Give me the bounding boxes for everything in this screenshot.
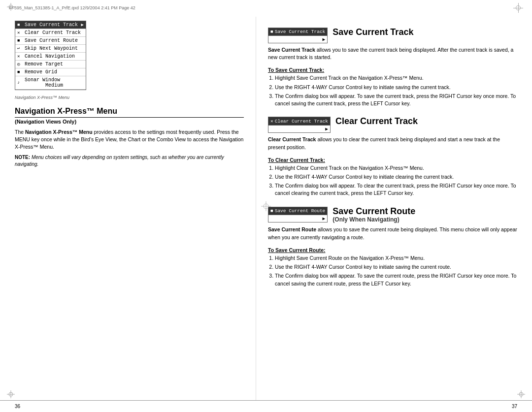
save-route-icon-label: Save Current Route — [275, 208, 326, 214]
top-bar: FF595_Man_531385-1_A_PrfE.qxd 12/9/2004 … — [0, 0, 532, 15]
save-track-icon-box: ■ Save Current Track ▶ — [268, 28, 328, 43]
save-route-step-3: The Confirm dialog box will appear. To s… — [275, 272, 517, 287]
save-track-icon-top: ■ Save Current Track — [268, 28, 327, 35]
menu-label-save-route: Save Current Route — [25, 38, 78, 43]
save-track-intro: Save Current Track allows you to save th… — [268, 46, 517, 61]
save-route-proc-heading: To Save Current Route: — [268, 247, 517, 253]
menu-item-save-current-track[interactable]: ■ Save Current Track ▶ — [15, 21, 86, 29]
right-page: ■ Save Current Track ▶ Save Current Trac… — [256, 17, 532, 400]
nav-xpress-section: Navigation X-Press™ Menu (Navigation Vie… — [15, 107, 244, 168]
menu-item-sonar-window[interactable]: ♪ Sonar Window Medium — [15, 76, 86, 90]
save-track-icon-symbol: ■ — [270, 29, 273, 34]
nav-xpress-title: Navigation X-Press™ Menu — [15, 107, 244, 118]
clear-track-steps: Highlight Clear Current Track on the Nav… — [275, 164, 517, 199]
top-left-crosshair — [7, 3, 15, 11]
clear-track-icon-label: Clear Current Track — [275, 119, 328, 124]
menu-screenshot: ■ Save Current Track ▶ ✕ Clear Current T… — [15, 21, 86, 90]
save-track-title-block: Save Current Track — [332, 28, 413, 37]
menu-label-remove-target: Remove Target — [25, 62, 63, 67]
menu-item-skip-next-waypoint[interactable]: ↩ Skip Next Waypoint — [15, 45, 86, 53]
save-track-step-2: Use the RIGHT 4-WAY Cursor Control key t… — [275, 84, 517, 91]
clear-track-intro: Clear Current Track allows you to clear … — [268, 136, 517, 151]
save-route-title-block: Save Current Route (Only When Navigating… — [332, 207, 415, 223]
file-info: FF595_Man_531385-1_A_PrfE.qxd 12/9/2004 … — [9, 5, 135, 10]
skip-waypoint-icon: ↩ — [17, 46, 23, 51]
nav-xpress-subtitle: (Navigation Views Only) — [15, 119, 244, 125]
clear-track-icon: ✕ — [17, 30, 23, 35]
menu-label-cancel-nav: Cancel Navigation — [25, 54, 75, 59]
menu-item-remove-grid[interactable]: ■ Remove Grid — [15, 68, 86, 76]
save-route-icon-symbol: ■ — [270, 208, 273, 214]
menu-item-remove-target[interactable]: ◎ Remove Target — [15, 61, 86, 68]
bottom-right-crosshair — [517, 390, 525, 398]
save-track-arrow: ▶ — [268, 35, 327, 43]
nav-xpress-intro: The Navigation X-Press™ Menu provides ac… — [15, 128, 244, 151]
save-track-step-1: Highlight Save Current Track on the Navi… — [275, 74, 517, 82]
menu-label-sonar-window: Sonar Window Medium — [25, 77, 63, 88]
page-number-right: 37 — [512, 404, 517, 409]
save-track-icon: ■ — [17, 23, 23, 28]
remove-grid-icon: ■ — [17, 70, 23, 75]
menu-item-cancel-navigation[interactable]: ✕ Cancel Navigation — [15, 53, 86, 61]
page-number-left: 36 — [15, 404, 20, 409]
main-content: ■ Save Current Track ▶ ✕ Clear Current T… — [0, 15, 532, 400]
save-route-arrow: ▶ — [268, 215, 327, 222]
save-track-steps: Highlight Save Current Track on the Navi… — [275, 74, 517, 109]
save-track-section-header: ■ Save Current Track ▶ Save Current Trac… — [268, 28, 517, 43]
left-page: ■ Save Current Track ▶ ✕ Clear Current T… — [0, 17, 256, 400]
menu-label-remove-grid: Remove Grid — [25, 69, 57, 75]
menu-item-save-current-route[interactable]: ■ Save Current Route — [15, 37, 86, 45]
clear-track-icon-top: ✕ Clear Current Track — [268, 117, 330, 125]
save-route-steps: Highlight Save Current Route on the Navi… — [275, 254, 517, 289]
save-track-proc-heading: To Save Current Track: — [268, 67, 517, 73]
save-route-step-1: Highlight Save Current Route on the Navi… — [275, 254, 517, 262]
menu-label-clear-track: Clear Current Track — [25, 30, 81, 35]
remove-target-icon: ◎ — [17, 62, 23, 67]
menu-item-clear-current-track[interactable]: ✕ Clear Current Track — [15, 29, 86, 37]
save-route-icon-box: ■ Save Current Route ▶ — [268, 207, 328, 222]
clear-track-proc-heading: To Clear Current Track: — [268, 157, 517, 163]
save-route-step-2: Use the RIGHT 4-WAY Cursor Control key t… — [275, 263, 517, 271]
save-track-step-3: The Confirm dialog box will appear. To s… — [275, 93, 517, 107]
menu-arrow-save: ▶ — [81, 22, 84, 28]
save-route-icon-top: ■ Save Current Route — [268, 207, 327, 215]
clear-track-arrow: ▶ — [268, 125, 330, 132]
top-right-crosshair — [513, 3, 523, 13]
clear-track-title-block: Clear Current Track — [335, 117, 418, 127]
save-route-intro: Save Current Route allows you to save th… — [268, 226, 517, 241]
nav-xpress-note: NOTE: Menu choices will vary depending o… — [15, 154, 244, 168]
save-track-title: Save Current Track — [332, 28, 413, 37]
cancel-nav-icon: ✕ — [17, 54, 23, 59]
clear-track-step-1: Highlight Clear Current Track on the Nav… — [275, 164, 517, 172]
clear-track-step-2: Use the RIGHT 4-WAY Cursor Control key t… — [275, 173, 517, 181]
save-route-title: Save Current Route — [332, 207, 415, 217]
clear-track-icon-box: ✕ Clear Current Track ▶ — [268, 117, 331, 133]
sonar-window-icon: ♪ — [17, 80, 23, 85]
save-route-subtitle: (Only When Navigating) — [332, 216, 415, 223]
save-route-section-header: ■ Save Current Route ▶ Save Current Rout… — [268, 207, 517, 223]
save-track-icon-label: Save Current Track — [275, 29, 326, 34]
menu-label-save-track: Save Current Track — [25, 22, 78, 28]
clear-track-title: Clear Current Track — [335, 117, 418, 127]
clear-track-step-3: The Confirm dialog box will appear. To c… — [275, 182, 517, 197]
clear-track-section-header: ✕ Clear Current Track ▶ Clear Current Tr… — [268, 117, 517, 133]
menu-label-skip-waypoint: Skip Next Waypoint — [25, 46, 78, 51]
bottom-bar: 36 37 — [0, 400, 532, 412]
bottom-left-crosshair — [7, 390, 15, 398]
clear-track-icon-symbol: ✕ — [270, 118, 273, 124]
menu-caption: Navigation X-Press™ Menu — [15, 95, 244, 100]
save-route-icon: ■ — [17, 38, 23, 43]
